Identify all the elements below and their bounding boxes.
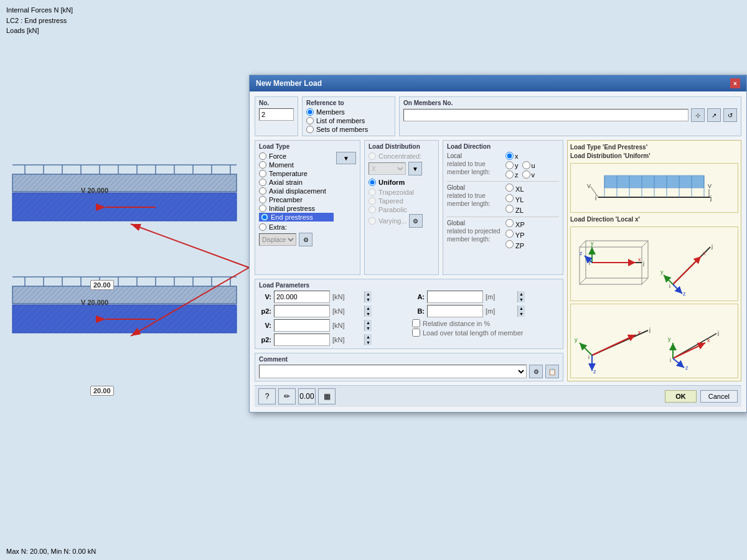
v-dir-radio[interactable] — [522, 170, 530, 179]
moment-radio-label[interactable]: Moment — [259, 161, 334, 169]
initial-prestress-radio[interactable] — [259, 205, 266, 212]
cancel-button[interactable]: Cancel — [700, 390, 738, 403]
a-input[interactable] — [428, 291, 517, 302]
zl-dir-radio[interactable] — [505, 205, 514, 213]
yp-radio-label[interactable]: YP — [505, 230, 525, 239]
comment-select[interactable] — [259, 365, 527, 378]
zp-dir-radio[interactable] — [505, 240, 514, 248]
trapezoidal-label[interactable]: Trapezoidal — [369, 188, 435, 197]
p2-2-up-btn[interactable]: ▲ — [364, 334, 372, 340]
v1-down-btn[interactable]: ▼ — [364, 297, 372, 302]
moment-radio[interactable] — [259, 161, 266, 169]
members-input[interactable] — [403, 109, 688, 121]
list-of-members-radio[interactable] — [306, 117, 314, 124]
load-type-dropdown-button[interactable]: ▼ — [336, 152, 356, 164]
axial-displacement-radio[interactable] — [259, 187, 266, 195]
list-of-members-radio-label[interactable]: List of members — [306, 117, 391, 124]
yl-radio-label[interactable]: YL — [505, 194, 524, 203]
members-radio-label[interactable]: Members — [306, 108, 391, 116]
p2-2-down-btn[interactable]: ▼ — [364, 340, 372, 345]
force-radio[interactable] — [259, 152, 266, 160]
pick-line-button[interactable]: ↗ — [707, 108, 721, 122]
zp-radio-label[interactable]: ZP — [505, 240, 525, 250]
temperature-radio[interactable] — [259, 170, 266, 177]
z-dir-radio[interactable] — [505, 170, 514, 179]
p2-1-up-btn[interactable]: ▲ — [364, 306, 372, 311]
tapered-label[interactable]: Tapered — [369, 197, 435, 205]
v2-up-btn[interactable]: ▲ — [364, 320, 372, 325]
a-up-btn[interactable]: ▲ — [517, 291, 525, 297]
v1-up-btn[interactable]: ▲ — [364, 291, 372, 297]
xp-dir-radio[interactable] — [505, 219, 514, 227]
extra-radio-label[interactable]: Extra: — [259, 223, 287, 231]
a-down-btn[interactable]: ▼ — [517, 297, 525, 302]
help-button[interactable]: ? — [258, 388, 276, 404]
v2-row: V: ▲ ▼ [kN] — [259, 319, 406, 332]
uniform-radio[interactable] — [369, 179, 376, 186]
u-radio-label[interactable]: u — [522, 161, 535, 169]
v-radio-label[interactable]: v — [522, 170, 535, 179]
x-dropdown-button[interactable]: ▼ — [408, 162, 422, 175]
y-dir-radio[interactable] — [505, 161, 514, 169]
axial-displacement-radio-label[interactable]: Axial displacement — [259, 187, 334, 195]
xl-dir-radio[interactable] — [505, 184, 514, 192]
p2-1-down-btn[interactable]: ▼ — [364, 311, 372, 317]
temperature-radio-label[interactable]: Temperature — [259, 169, 334, 178]
parabolic-label[interactable]: Parabolic — [369, 205, 435, 214]
precamber-radio-label[interactable]: Precamber — [259, 195, 334, 204]
uniform-label[interactable]: Uniform — [369, 178, 435, 187]
dialog-close-button[interactable]: × — [730, 78, 740, 88]
b-input[interactable] — [428, 306, 517, 317]
pick-point-button[interactable]: ⊹ — [691, 108, 705, 122]
comment-settings-button[interactable]: ⚙ — [529, 365, 543, 378]
extra-dropdown[interactable]: Displacement — [259, 233, 296, 246]
sets-of-members-radio[interactable] — [306, 126, 314, 133]
v2-input[interactable] — [275, 320, 364, 331]
comment-add-button[interactable]: 📋 — [545, 365, 559, 378]
a-unit: [m] — [486, 293, 495, 301]
ok-button[interactable]: OK — [665, 390, 697, 403]
svg-text:x: x — [638, 329, 641, 335]
xp-radio-label[interactable]: XP — [505, 219, 525, 228]
edit-button[interactable]: ✏ — [278, 388, 296, 404]
concentrated-label[interactable]: Concentrated: — [369, 152, 421, 161]
initial-prestress-radio-label[interactable]: Initial prestress — [259, 204, 334, 213]
varying-settings-button[interactable]: ⚙ — [409, 214, 423, 228]
table-button[interactable]: ▦ — [318, 388, 336, 404]
clear-button[interactable]: ↺ — [723, 108, 737, 122]
extra-settings-button[interactable]: ⚙ — [299, 233, 312, 246]
sets-of-members-radio-label[interactable]: Sets of members — [306, 126, 391, 133]
precamber-radio[interactable] — [259, 196, 266, 203]
tapered-text: Tapered — [378, 197, 403, 205]
varying-label[interactable]: Varying... — [369, 217, 407, 225]
p2-1-input[interactable] — [275, 306, 364, 317]
xl-radio-label[interactable]: XL — [505, 184, 524, 193]
zl-text: ZL — [515, 207, 524, 214]
axial-strain-radio[interactable] — [259, 179, 266, 186]
load-over-total-checkbox[interactable] — [412, 329, 420, 337]
value-button[interactable]: 0.00 — [298, 388, 316, 404]
xp-text: XP — [515, 221, 525, 228]
yp-dir-radio[interactable] — [505, 230, 514, 238]
p2-2-input[interactable] — [275, 334, 364, 345]
v1-input[interactable] — [275, 291, 364, 302]
x-dir-radio[interactable] — [505, 152, 514, 160]
beam1-label: V 20.000 — [81, 187, 108, 194]
no-input[interactable] — [259, 108, 294, 121]
end-prestress-radio[interactable] — [261, 213, 268, 221]
yl-dir-radio[interactable] — [505, 194, 514, 202]
v2-down-btn[interactable]: ▼ — [364, 325, 372, 331]
u-dir-radio[interactable] — [522, 161, 530, 169]
x-radio-label[interactable]: x — [505, 152, 519, 160]
force-radio-label[interactable]: Force — [259, 152, 334, 161]
z-radio-label[interactable]: z — [505, 170, 519, 179]
y-radio-label[interactable]: y — [505, 161, 519, 169]
b-up-btn[interactable]: ▲ — [517, 306, 525, 311]
extra-radio[interactable] — [259, 223, 266, 231]
zl-radio-label[interactable]: ZL — [505, 205, 524, 214]
end-prestress-radio-label[interactable]: End prestress — [259, 213, 334, 222]
b-down-btn[interactable]: ▼ — [517, 311, 525, 317]
relative-distance-checkbox[interactable] — [412, 319, 420, 327]
members-radio[interactable] — [306, 108, 314, 116]
axial-strain-radio-label[interactable]: Axial strain — [259, 178, 334, 187]
